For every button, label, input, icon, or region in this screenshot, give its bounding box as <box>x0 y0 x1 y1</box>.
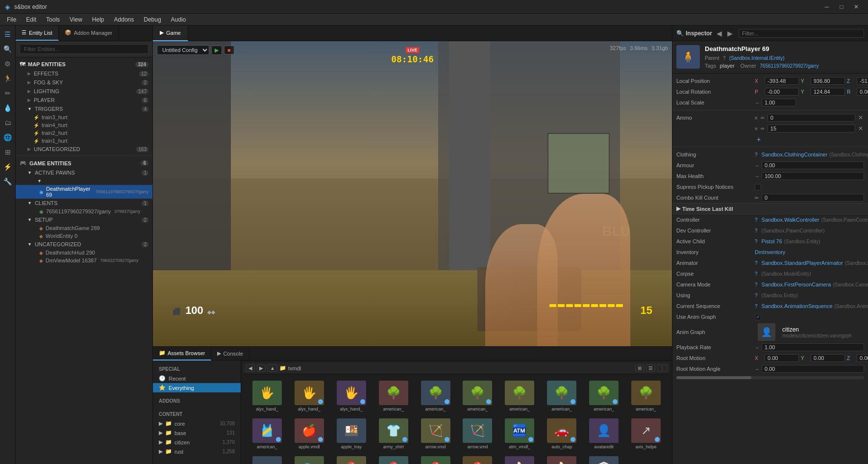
root-motion-z-input[interactable] <box>857 354 868 362</box>
ammo-input[interactable] <box>768 114 855 122</box>
root-motion-y-input[interactable] <box>811 354 845 362</box>
inspector-filter-input[interactable] <box>739 29 864 38</box>
asset-grid-item[interactable]: ↗axis_helpe <box>247 454 287 464</box>
asset-grid-item[interactable]: 🌳american_ <box>373 378 414 414</box>
up-button[interactable]: ▲ <box>268 364 277 372</box>
asset-grid-item[interactable]: 🏹arrow.vmd <box>458 416 498 452</box>
asset-grid-item[interactable]: 🎭balaclav_ <box>289 454 329 464</box>
time-since-last-kill-fold[interactable]: ▶ Time Since Last Kill <box>672 203 868 214</box>
map-entities-header[interactable]: 🗺 MAP ENTITIES 324 <box>16 59 152 69</box>
menu-item-audio[interactable]: Audio <box>166 15 191 24</box>
inventory-link[interactable]: DmInventory <box>755 249 785 255</box>
maximize-button[interactable]: □ <box>835 1 848 12</box>
left-icon-settings[interactable]: ⚙ <box>1 57 15 71</box>
left-icon-search[interactable]: 🔍 <box>1 42 15 56</box>
left-icon-grid[interactable]: ⊞ <box>1 145 15 159</box>
section-lighting[interactable]: ▶ LIGHTING 147 <box>16 87 152 96</box>
asset-grid-item[interactable]: 🎽american_ <box>247 416 287 452</box>
asset-grid-item[interactable]: 🍌banana_vr_ <box>499 454 540 464</box>
asset-grid-item[interactable]: 🍱apple_tray <box>331 416 372 452</box>
everything-item[interactable]: ⭐ Everything <box>153 383 241 392</box>
active-child-link[interactable]: Pistol 76 <box>762 238 782 244</box>
deathmatch-hud-item[interactable]: ◆ DeathmatchHud 290 <box>16 249 152 257</box>
section-active-pawns[interactable]: ▼ ACTIVE PAWNS 1 <box>16 168 152 177</box>
tab-console[interactable]: ▶ Console <box>211 347 249 361</box>
left-icon-wrench[interactable]: 🔧 <box>1 175 15 188</box>
folder-core[interactable]: ▶ 📁 core 10,708 <box>153 419 241 428</box>
section-uncategorized-game[interactable]: ▼ UNCATEGORIZED 2 <box>16 240 152 249</box>
inspector-forward-button[interactable]: ▶ <box>725 28 735 38</box>
asset-grid-item[interactable]: 🖐alyx_hand_ <box>247 378 287 414</box>
inspector-scrollbar[interactable] <box>676 376 864 379</box>
asset-grid-item[interactable]: 🖐alyx_hand_ <box>331 378 372 414</box>
asset-grid-item[interactable]: 🏹arrow.vmd <box>416 416 456 452</box>
menu-item-tools[interactable]: Tools <box>41 15 65 24</box>
play-button[interactable]: ▶ <box>211 46 222 55</box>
asset-grid-item[interactable]: ↗axis_helpe <box>626 416 666 452</box>
menu-item-edit[interactable]: Edit <box>21 15 41 24</box>
forward-button[interactable]: ▶ <box>257 364 266 372</box>
trigger-train2[interactable]: ⚡ train2_hurt <box>16 129 152 137</box>
asset-grid-item[interactable]: 🎈balloone_ <box>331 454 372 464</box>
asset-grid-item[interactable]: 🎈balloon_ <box>416 454 456 464</box>
tab-assets-browser[interactable]: 📁 Assets Browser <box>153 347 211 361</box>
left-icon-player[interactable]: 🏃 <box>1 72 15 85</box>
trigger-train4[interactable]: ⚡ train4_hurt <box>16 121 152 129</box>
root-motion-x-input[interactable] <box>765 354 799 362</box>
minimize-button[interactable]: ─ <box>820 1 834 12</box>
list-view-button[interactable]: ☰ <box>646 364 655 372</box>
deathmatch-player-item[interactable]: ◉ DeathmatchPlayer 69 76561197960279927/… <box>16 185 152 199</box>
current-sequence-link[interactable]: Sandbox.AnimationSequence <box>762 303 833 309</box>
left-icon-dropper[interactable]: 💧 <box>1 101 15 115</box>
game-viewport[interactable]: BLU Untitled Config ▶ ■ <box>153 41 672 346</box>
asset-grid-item[interactable]: 👤avataredit <box>584 416 624 452</box>
asset-grid-item[interactable]: 🌳american_ <box>499 378 540 414</box>
section-setup[interactable]: ▼ SETUP 2 <box>16 215 152 224</box>
asset-grid-item[interactable]: 🎲barbodice_ <box>584 454 624 464</box>
menu-item-addons[interactable]: Addons <box>109 15 139 24</box>
menu-item-view[interactable]: View <box>65 15 87 24</box>
rotation-p-input[interactable] <box>765 88 799 96</box>
folder-base[interactable]: ▶ 📁 base 131 <box>153 428 241 438</box>
asset-grid-item[interactable]: 🌳american_ <box>626 378 666 414</box>
section-fog-sky[interactable]: ▶ FOG & SKY 2 <box>16 78 152 87</box>
camera-mode-link[interactable]: Sandbox.FirstPersonCamera <box>762 282 831 287</box>
section-effects[interactable]: ▶ EFFECTS 12 <box>16 69 152 78</box>
root-motion-angle-input[interactable] <box>762 365 864 373</box>
asset-grid-item[interactable]: 🖐alyx_hand_ <box>289 378 329 414</box>
asset-grid-item[interactable]: 🌳american_ <box>458 378 498 414</box>
back-button[interactable]: ◀ <box>246 364 255 372</box>
suppress-pickup-checkbox[interactable] <box>755 184 761 190</box>
controller-link[interactable]: Sandbox.WalkController <box>762 217 819 223</box>
ammo-clear-button[interactable]: ✕ <box>857 114 864 121</box>
menu-item-help[interactable]: Help <box>87 15 109 24</box>
section-player[interactable]: ▶ PLAYER 6 <box>16 96 152 104</box>
clothing-link[interactable]: Sandbox.ClothingContainer <box>762 152 828 157</box>
close-button[interactable]: ✕ <box>849 1 863 12</box>
dm-viewmodel-item[interactable]: ◆ DmViewModel 16387 79602270927/garry <box>16 257 152 264</box>
rotation-r-input[interactable] <box>857 88 868 96</box>
folder-citizen[interactable]: ▶ 📁 citizen 1,370 <box>153 438 241 447</box>
asset-grid-item[interactable]: 🍎apple.vmdl <box>289 416 329 452</box>
tab-game[interactable]: ▶ Game <box>153 26 188 41</box>
rotation-y-input[interactable] <box>811 88 845 96</box>
asset-grid-item[interactable]: 👕army_shirt <box>373 416 414 452</box>
assets-options-button[interactable]: ⋮ <box>657 364 667 372</box>
ammo-2-clear-button[interactable]: ✕ <box>857 125 864 132</box>
animator-link[interactable]: Sandbox.StandardPlayerAnimator <box>762 260 843 266</box>
trigger-train1[interactable]: ⚡ train1_hurt <box>16 137 152 145</box>
asset-grid-item[interactable]: 🏧atm_vmdl_ <box>499 416 540 452</box>
ammo-add-button[interactable]: + <box>755 135 763 143</box>
world-entity-item[interactable]: ◆ WorldEntity 0 <box>16 232 152 240</box>
entity-search-input[interactable] <box>20 44 149 54</box>
position-y-input[interactable] <box>811 77 845 85</box>
tab-entity-list[interactable]: ☰ Entity List <box>16 26 59 41</box>
recent-item[interactable]: 🕐 Recent <box>153 374 241 383</box>
deathmatch-game-item[interactable]: ◆ DeathmatchGame 289 <box>16 224 152 232</box>
ammo-2-input[interactable] <box>768 125 855 132</box>
left-icon-bolt[interactable]: ⚡ <box>1 160 15 174</box>
trigger-train3[interactable]: ⚡ train3_hurt <box>16 113 152 121</box>
asset-grid-item[interactable]: 🚗auto_chap <box>542 416 582 452</box>
position-x-input[interactable] <box>765 77 799 85</box>
section-triggers[interactable]: ▼ TRIGGERS 4 <box>16 104 152 113</box>
